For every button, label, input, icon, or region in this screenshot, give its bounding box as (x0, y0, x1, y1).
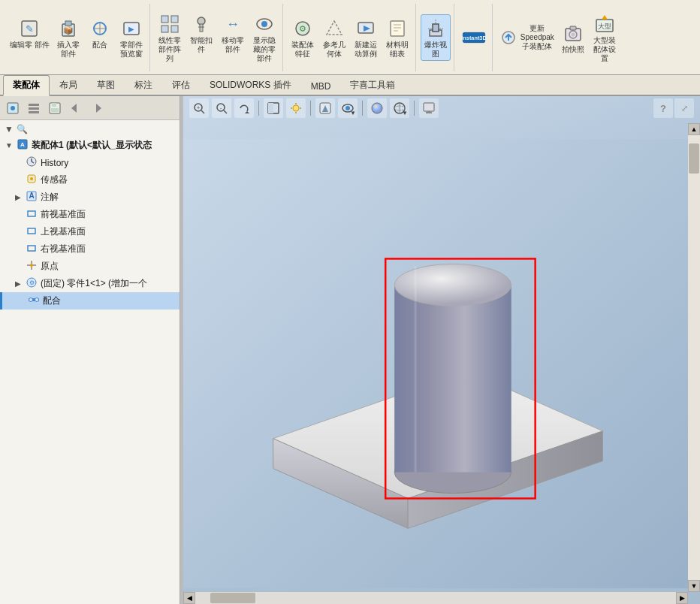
svg-point-93 (372, 103, 382, 113)
top-plane-icon (25, 225, 38, 239)
explode-view-label: 爆炸视图 (424, 41, 447, 59)
front-plane-icon (25, 207, 38, 222)
vp-section-view-button[interactable] (264, 98, 283, 118)
scroll-thumb-h[interactable] (210, 593, 255, 603)
fit-label: 配合 (92, 41, 107, 50)
svg-rect-51 (52, 103, 56, 107)
tab-layout[interactable]: 布局 (50, 75, 87, 95)
tab-evaluate[interactable]: 评估 (162, 75, 200, 95)
sidebar-save-button[interactable] (45, 98, 65, 118)
toolbar-group-explode: 爆炸视图 (418, 4, 454, 71)
vp-separator-2 (310, 101, 311, 116)
vp-zoom-fit-button[interactable]: + (189, 98, 209, 118)
scroll-down-arrow[interactable]: ▼ (688, 580, 700, 592)
insert-part-button[interactable]: 📦 插入零部件 (53, 15, 83, 60)
smart-fastener-button[interactable]: 智能扣件 (186, 11, 216, 65)
insert-part-icon: 📦 (56, 17, 80, 41)
vp-view-settings-button[interactable] (419, 98, 439, 118)
update-speedpak-button[interactable]: 更新Speedpak子装配体 (497, 23, 557, 53)
scroll-thumb-v[interactable] (689, 143, 699, 174)
vp-appearance-button[interactable] (367, 98, 387, 118)
show-hide-icon (252, 12, 276, 36)
new-motion-label: 新建运动算例 (355, 41, 377, 59)
vp-rotate-button[interactable] (234, 98, 254, 118)
vp-scene-button[interactable]: ▼ (390, 98, 409, 118)
vp-separator-1 (258, 101, 259, 116)
svg-rect-99 (427, 111, 430, 113)
toolbar-group-misc: 更新Speedpak子装配体 拍快照 大型 大型装配体设置 (494, 4, 623, 71)
main-area: ▼ 🔍 ▼ A 装配体1 (默认<默认_显示状态 History (0, 96, 700, 604)
new-motion-button[interactable]: 新建运动算例 (351, 15, 381, 60)
explode-view-icon (424, 17, 448, 41)
origin-label: 原点 (41, 260, 59, 273)
linear-array-button[interactable]: 线性零部件阵列 (155, 11, 185, 65)
tree-item-origin[interactable]: 原点 (0, 258, 180, 275)
show-hide-button[interactable]: 显示隐藏的零部件 (249, 11, 279, 65)
svg-rect-83 (268, 103, 273, 113)
svg-rect-11 (171, 16, 178, 23)
tree-item-fixed-part[interactable]: ▶ ⚙ (固定) 零件1<1> (增加一个 (0, 275, 180, 292)
vp-hide-show-button[interactable]: ▼ (338, 98, 358, 118)
tree-item-sensor[interactable]: 传感器 (0, 171, 180, 189)
filter-icon: ▼ (5, 124, 14, 134)
main-toolbar: ✎ 编辑零 部件 📦 插入零部件 配合 ▶ 零部件预览窗 (0, 0, 700, 75)
preview-label: 零部件预览窗 (120, 41, 143, 59)
linear-array-icon (158, 12, 182, 36)
large-assembly-button[interactable]: 大型 大型装配体设置 (590, 11, 620, 65)
preview-button[interactable]: ▶ 零部件预览窗 (116, 15, 146, 60)
move-part-button[interactable]: ↔ 移动零部件 (218, 11, 248, 65)
tree-item-front-plane[interactable]: 前视基准面 (0, 206, 180, 223)
fit-icon (88, 17, 112, 41)
svg-rect-4 (65, 21, 71, 26)
tab-mbd[interactable]: MBD (301, 77, 341, 95)
scroll-left-arrow[interactable]: ◀ (183, 592, 195, 604)
tree-root[interactable]: ▼ A 装配体1 (默认<默认_显示状态 (0, 137, 180, 154)
instant3d-button[interactable]: Instant3D (459, 24, 489, 51)
photo-button[interactable]: 拍快照 (558, 20, 588, 56)
svg-rect-66 (28, 246, 35, 251)
tab-assembly[interactable]: 装配体 (3, 75, 50, 96)
bom-button[interactable]: 材料明细表 (382, 15, 412, 60)
scroll-right-arrow[interactable]: ▶ (676, 592, 688, 604)
vp-help-button[interactable]: ? (653, 98, 673, 118)
scroll-up-arrow[interactable]: ▲ (688, 123, 700, 135)
tree-item-top-plane[interactable]: 上视基准面 (0, 223, 180, 240)
explode-view-button[interactable]: 爆炸视图 (421, 14, 451, 61)
svg-marker-22 (327, 21, 342, 35)
sidebar-list-button[interactable] (24, 98, 44, 118)
tab-solidworks-plugins[interactable]: SOLIDWORKS 插件 (200, 75, 301, 95)
assembly-feature-button[interactable]: ⚙ 装配体特征 (288, 15, 318, 60)
viewport-vscrollbar[interactable]: ▲ ▼ (688, 123, 700, 592)
svg-text:⚙: ⚙ (299, 24, 306, 33)
svg-rect-41 (570, 26, 576, 30)
sidebar-forward-button[interactable] (87, 98, 107, 118)
tab-yuhe-toolbox[interactable]: 宇喜工具箱 (340, 75, 405, 95)
sidebar-back-button[interactable] (66, 98, 86, 118)
svg-point-19 (261, 21, 267, 27)
ref-geometry-button[interactable]: 参考几何体 (319, 15, 349, 60)
edit-part-button[interactable]: ✎ 编辑零 部件 (8, 15, 52, 60)
viewport[interactable]: + - ▼ (183, 96, 700, 604)
svg-text:-: - (220, 104, 222, 111)
tree-item-mates[interactable]: 配合 (0, 292, 180, 310)
vp-zoom-in-button[interactable]: - (212, 98, 231, 118)
scene-container (183, 123, 700, 604)
tab-sketch[interactable]: 草图 (87, 75, 125, 95)
vp-lighting-button[interactable] (286, 98, 306, 118)
root-icon: A (16, 138, 29, 153)
preview-icon: ▶ (119, 17, 143, 41)
tree-item-history[interactable]: History (0, 154, 180, 171)
svg-point-106 (394, 264, 511, 306)
assembly-feature-label: 装配体特征 (291, 41, 314, 59)
viewport-hscrollbar[interactable]: ◀ ▶ (183, 592, 688, 604)
svg-point-84 (293, 105, 299, 111)
vp-display-style-button[interactable] (315, 98, 335, 118)
toolbar-group-instant3d: Instant3D (456, 4, 493, 71)
sidebar-home-button[interactable] (3, 98, 23, 118)
tree-item-annotation[interactable]: ▶ A 注解 (0, 189, 180, 206)
svg-text:📦: 📦 (63, 25, 74, 35)
tree-item-right-plane[interactable]: 右视基准面 (0, 240, 180, 258)
tab-annotation[interactable]: 标注 (125, 75, 162, 95)
vp-expand-button[interactable]: ⤢ (674, 98, 694, 118)
fit-button[interactable]: 配合 (85, 15, 115, 60)
